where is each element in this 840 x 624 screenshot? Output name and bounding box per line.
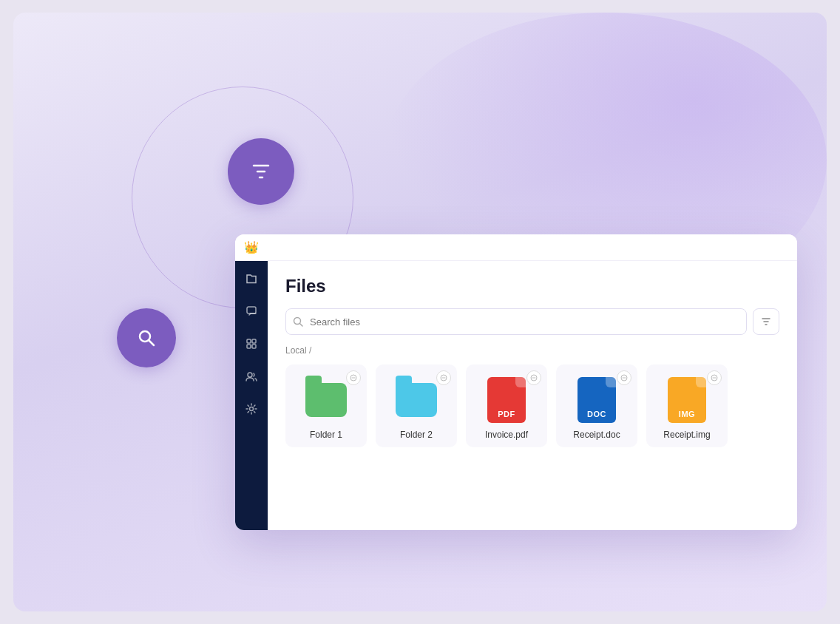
- file-card-receipt-img[interactable]: IMG Receipt.img: [646, 364, 728, 447]
- sidebar-item-grid[interactable]: [243, 335, 260, 353]
- folder2-name: Folder 2: [400, 430, 433, 440]
- svg-line-10: [300, 324, 303, 327]
- main-content: Files: [268, 261, 797, 530]
- sidebar-item-chat[interactable]: [243, 302, 260, 320]
- sidebar: [235, 261, 268, 530]
- receipt-doc-icon: DOC: [575, 376, 619, 424]
- file-card-folder1[interactable]: Folder 1: [285, 364, 367, 447]
- search-deco-icon: [134, 325, 159, 350]
- search-circle-deco: [117, 308, 176, 367]
- app-body: Files: [235, 261, 797, 530]
- svg-point-7: [248, 373, 252, 377]
- receipt-img-icon: IMG: [665, 376, 709, 424]
- files-grid: Folder 1 Folder 2: [285, 364, 779, 447]
- file-card-menu-invoice[interactable]: [526, 370, 541, 385]
- search-row: [285, 308, 779, 335]
- filter-icon: [761, 316, 771, 327]
- folder1-name: Folder 1: [310, 430, 342, 440]
- svg-point-8: [250, 407, 254, 411]
- file-card-invoice[interactable]: PDF Invoice.pdf: [466, 364, 547, 447]
- svg-rect-4: [252, 339, 256, 343]
- search-input-wrapper: [285, 308, 747, 335]
- receipt-img-name: Receipt.img: [663, 430, 710, 440]
- filter-deco-icon: [248, 158, 274, 185]
- app-window: 👑: [235, 234, 797, 530]
- file-card-menu-receipt-doc[interactable]: [617, 370, 631, 385]
- search-icon: [293, 316, 303, 327]
- page-title: Files: [285, 276, 779, 296]
- file-card-receipt-doc[interactable]: DOC Receipt.doc: [556, 364, 637, 447]
- breadcrumb: Local /: [285, 345, 779, 356]
- title-bar: 👑: [235, 234, 797, 261]
- background-wrapper: 👑: [13, 13, 827, 611]
- invoice-icon: PDF: [484, 376, 529, 424]
- file-card-menu-receipt-img[interactable]: [707, 370, 722, 385]
- folder1-icon: [304, 376, 348, 424]
- file-card-folder2[interactable]: Folder 2: [376, 364, 457, 447]
- filter-circle-deco: [228, 138, 294, 205]
- svg-rect-3: [247, 339, 251, 343]
- sidebar-item-users[interactable]: [243, 367, 260, 385]
- file-card-menu-folder1[interactable]: [346, 370, 361, 385]
- receipt-doc-name: Receipt.doc: [573, 430, 620, 440]
- sidebar-item-settings[interactable]: [243, 400, 260, 418]
- crown-icon: 👑: [244, 240, 259, 254]
- folder2-icon: [394, 376, 438, 424]
- filter-button[interactable]: [753, 308, 779, 335]
- invoice-name: Invoice.pdf: [485, 430, 528, 440]
- svg-rect-5: [247, 345, 251, 348]
- sidebar-item-files[interactable]: [243, 270, 260, 288]
- svg-line-1: [149, 340, 154, 345]
- search-input[interactable]: [285, 308, 747, 335]
- svg-rect-6: [252, 345, 256, 348]
- file-card-menu-folder2[interactable]: [436, 370, 451, 385]
- svg-rect-2: [247, 307, 256, 313]
